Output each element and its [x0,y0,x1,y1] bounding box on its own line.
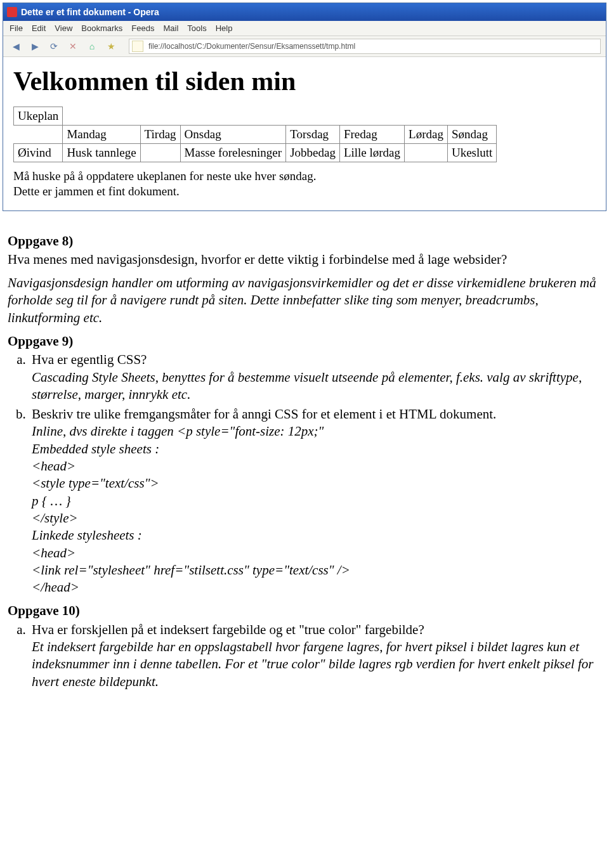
oppgave10-a-question: Hva er forskjellen på et indeksert farge… [32,622,424,637]
file-icon [132,41,143,52]
oppgave9-b-line2: <head> [32,458,75,474]
page-heading: Velkommen til siden min [13,66,596,96]
oppgave10-a-answer: Et indeksert fargebilde har en oppslagst… [32,639,593,689]
oppgave10-title: Oppgave 10) [8,602,601,619]
oppgave9-b: Beskriv tre ulike fremgangsmåter for å a… [29,406,601,596]
page-note: Må huske på å oppdatere ukeplanen for ne… [13,169,596,199]
page-viewport: Velkommen til siden min Ukeplan Mandag T… [3,57,606,211]
oppgave8-answer: Navigasjonsdesign handler om utforming a… [8,275,601,327]
table-cell [405,144,448,162]
day-header: Torsdag [286,126,340,144]
menu-bookmarks[interactable]: Bookmarks [81,23,122,33]
oppgave9-b-question: Beskriv tre ulike fremgangsmåter for å a… [32,406,496,422]
oppgave9-b-line3: <style type="text/css"> [32,476,159,491]
browser-window: Dette er et fint dokument - Opera File E… [3,3,606,211]
note-line-2: Dette er jammen et fint dokument. [13,185,180,198]
day-header: Mandag [63,126,140,144]
menu-mail[interactable]: Mail [163,23,178,33]
table-cell: Husk tannlege [63,144,140,162]
menu-feeds[interactable]: Feeds [131,23,154,33]
forward-button[interactable]: ▶ [27,40,43,53]
table-cell: Masse forelesninger [180,144,286,162]
day-header: Onsdag [180,126,286,144]
window-title: Dette er et fint dokument - Opera [21,7,159,17]
oppgave9-a-question: Hva er egentlig CSS? [32,352,147,367]
oppgave8-question: Hva menes med navigasjonsdesign, hvorfor… [8,251,601,268]
oppgave9-b-line0: Inline, dvs direkte i taggen <p style="f… [32,424,324,439]
menu-tools[interactable]: Tools [187,23,206,33]
oppgave8-title: Oppgave 8) [8,233,601,250]
stop-button[interactable]: ✕ [65,40,81,53]
oppgave9-b-line4: p { … } [32,493,71,508]
oppgave10-a: Hva er forskjellen på et indeksert farge… [29,621,601,690]
oppgave9-b-line5: </style> [32,510,78,526]
menu-edit[interactable]: Edit [32,23,46,33]
table-cell: Lille lørdag [339,144,404,162]
wand-button[interactable]: ★ [103,40,119,53]
table-cell: Ukeslutt [447,144,496,162]
oppgave9-a: Hva er egentlig CSS? Cascading Style She… [29,351,601,403]
home-button[interactable]: ⌂ [84,40,100,53]
oppgave9-a-answer: Cascading Style Sheets, benyttes for å b… [32,370,582,402]
ukeplan-table: Ukeplan Mandag Tirdag Onsdag Torsdag Fre… [13,107,497,162]
row-label: Øivind [14,144,63,162]
day-header: Fredag [339,126,404,144]
address-bar[interactable] [129,39,601,54]
day-header: Lørdag [405,126,448,144]
menu-bar: File Edit View Bookmarks Feeds Mail Tool… [3,21,606,36]
table-cell: Jobbedag [286,144,340,162]
table-cell [140,144,180,162]
menu-help[interactable]: Help [216,23,233,33]
day-header: Søndag [447,126,496,144]
toolbar: ◀ ▶ ⟳ ✕ ⌂ ★ [3,36,606,57]
oppgave9-b-line6: Linkede stylesheets : [32,528,142,543]
oppgave9-b-line7: <head> [32,545,75,560]
back-button[interactable]: ◀ [8,40,23,53]
document-body: Oppgave 8) Hva menes med navigasjonsdesi… [0,223,609,712]
day-header: Tirdag [140,126,180,144]
reload-button[interactable]: ⟳ [46,40,62,53]
menu-file[interactable]: File [10,23,23,33]
note-line-1: Må huske på å oppdatere ukeplanen for ne… [13,169,316,183]
table-data-row: Øivind Husk tannlege Masse forelesninger… [14,144,497,162]
address-input[interactable] [147,41,598,51]
window-titlebar: Dette er et fint dokument - Opera [3,3,606,21]
app-icon [7,7,17,17]
table-header-row: Mandag Tirdag Onsdag Torsdag Fredag Lørd… [14,126,497,144]
oppgave9-title: Oppgave 9) [8,333,601,350]
oppgave9-b-line1: Embedded style sheets : [32,441,159,457]
oppgave9-b-line9: </head> [32,580,79,595]
table-corner: Ukeplan [14,107,63,126]
menu-view[interactable]: View [55,23,72,33]
oppgave9-b-line8: <link rel="stylesheet" href="stilsett.cs… [32,562,350,578]
